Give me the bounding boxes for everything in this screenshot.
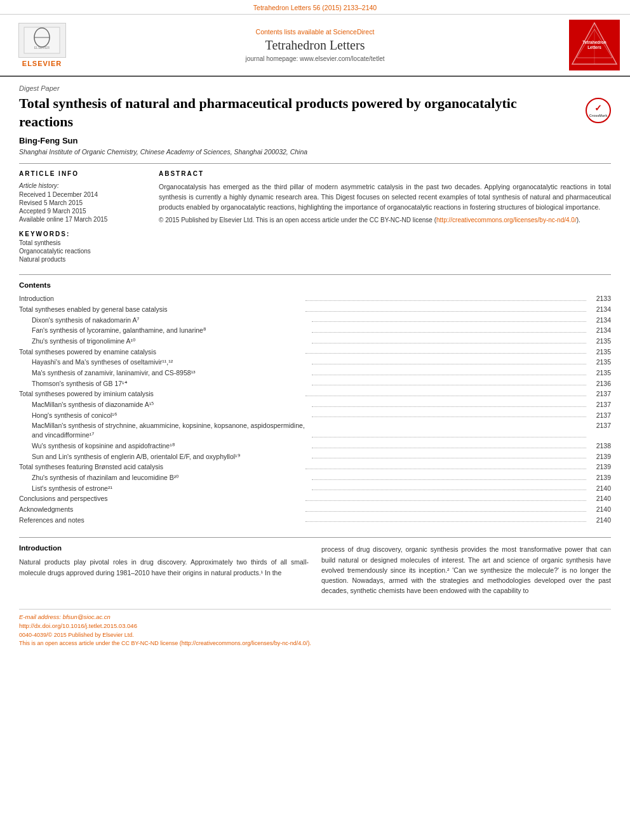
footer-license-link[interactable]: http://creativecommons.org/licenses/by-n… <box>182 640 308 646</box>
elsevier-logo-image: ELSEVIER <box>18 23 66 58</box>
toc-dots <box>305 305 587 312</box>
digest-label: Digest Paper <box>19 84 611 92</box>
journal-title: Tetrahedron Letters <box>86 38 544 53</box>
keyword-0: Total synthesis <box>19 239 146 246</box>
toc-dots <box>312 411 587 418</box>
toc-dots <box>305 505 587 512</box>
toc-page: 2140 <box>589 516 611 525</box>
article-info: ARTICLE INFO Article history: Received 1… <box>19 170 146 264</box>
toc-item: List's synthesis of estrone²¹2140 <box>19 484 611 493</box>
elsevier-logo: ELSEVIER ELSEVIER <box>10 23 74 67</box>
toc-label: Thomson's synthesis of GB 17¹⁴ <box>19 379 309 389</box>
toc-container: Introduction2133Total syntheses enabled … <box>19 294 611 524</box>
toc-dots <box>312 379 587 386</box>
journal-homepage: journal homepage: www.elsevier.com/locat… <box>86 55 544 62</box>
paper-title-row: Total synthesis of natural and pharmaceu… <box>19 95 611 131</box>
toc-label: Introduction <box>19 294 303 303</box>
intro-left: Introduction Natural products play pivot… <box>19 544 309 596</box>
toc-item: Hong's synthesis of conicol¹⁶2137 <box>19 411 611 420</box>
intro-left-text: Natural products play pivotal roles in d… <box>19 557 309 578</box>
toc-label: Zhu's synthesis of trigonolimine A¹⁰ <box>19 337 309 346</box>
toc-item: Wu's synthesis of kopsinine and aspidofr… <box>19 441 611 451</box>
footer-doi[interactable]: http://dx.doi.org/10.1016/j.tetlet.2015.… <box>19 622 611 629</box>
toc-page: 2135 <box>589 357 611 367</box>
article-info-abstract-section: ARTICLE INFO Article history: Received 1… <box>19 170 611 264</box>
toc-label: List's synthesis of estrone²¹ <box>19 484 309 493</box>
toc-label: Total syntheses enabled by general base … <box>19 305 303 314</box>
abstract-section: ABSTRACT Organocatalysis has emerged as … <box>159 170 611 264</box>
toc-label: MacMillan's synthesis of diazonamide A¹⁵ <box>19 400 309 410</box>
toc-dots <box>305 347 587 354</box>
license-link[interactable]: http://creativecommons.org/licenses/by-n… <box>436 217 577 223</box>
toc-page: 2134 <box>589 316 611 325</box>
toc-dots <box>312 368 587 375</box>
toc-label: Wu's synthesis of kopsinine and aspidofr… <box>19 441 309 451</box>
toc-dots <box>312 452 587 459</box>
toc-item: Zhu's synthesis of trigonolimine A¹⁰2135 <box>19 337 611 346</box>
toc-page: 2136 <box>589 379 611 389</box>
toc-dots <box>312 473 587 480</box>
toc-dots <box>305 494 587 501</box>
toc-item: References and notes2140 <box>19 516 611 525</box>
toc-item: Thomson's synthesis of GB 17¹⁴2136 <box>19 379 611 389</box>
toc-item: Fan's synthesis of lycoramine, galantham… <box>19 326 611 335</box>
toc-item: Introduction2133 <box>19 294 611 303</box>
toc-label: Ma's synthesis of zanamivir, laninamivir… <box>19 368 309 378</box>
toc-dots <box>312 400 587 407</box>
toc-label: Fan's synthesis of lycoramine, galantham… <box>19 326 309 335</box>
toc-item: Total syntheses powered by enamine catal… <box>19 347 611 357</box>
toc-dots <box>312 357 587 364</box>
introduction-section: Introduction Natural products play pivot… <box>19 537 611 596</box>
toc-page: 2139 <box>589 452 611 462</box>
toc-item: Zhu's synthesis of rhazinilam and leucom… <box>19 473 611 483</box>
citation-bar: Tetrahedron Letters 56 (2015) 2133–2140 <box>0 0 630 15</box>
author-affiliation: Shanghai Institute of Organic Chemistry,… <box>19 148 611 156</box>
intro-right: process of drug discovery, organic synth… <box>321 544 611 596</box>
toc-label: Sun and Lin's synthesis of englerin A/B,… <box>19 452 309 462</box>
citation-text: Tetrahedron Letters 56 (2015) 2133–2140 <box>253 4 377 11</box>
toc-item: Conclusions and perspectives2140 <box>19 494 611 503</box>
toc-page: 2138 <box>589 441 611 451</box>
toc-item: MacMillan's synthesis of strychnine, aku… <box>19 421 611 439</box>
toc-label: Hayashi's and Ma's syntheses of oseltami… <box>19 357 309 367</box>
history-received: Received 1 December 2014 <box>19 191 146 198</box>
history-online: Available online 17 March 2015 <box>19 216 146 223</box>
toc-dots <box>312 316 587 323</box>
toc-page: 2134 <box>589 305 611 314</box>
toc-page: 2134 <box>589 326 611 335</box>
toc-page: 2140 <box>589 484 611 493</box>
intro-two-col: Introduction Natural products play pivot… <box>19 544 611 596</box>
toc-item: Sun and Lin's synthesis of englerin A/B,… <box>19 452 611 462</box>
history-accepted: Accepted 9 March 2015 <box>19 208 146 215</box>
toc-item: Total syntheses enabled by general base … <box>19 305 611 314</box>
toc-page: 2133 <box>589 294 611 303</box>
intro-right-text: process of drug discovery, organic synth… <box>321 544 611 596</box>
toc-page: 2137 <box>589 411 611 420</box>
toc-item: Dixon's synthesis of nakadomarin A⁷2134 <box>19 316 611 325</box>
toc-dots <box>312 337 587 343</box>
toc-label: Dixon's synthesis of nakadomarin A⁷ <box>19 316 309 325</box>
footer-copyright: 0040-4039/© 2015 Published by Elsevier L… <box>19 631 611 648</box>
article-info-title: ARTICLE INFO <box>19 170 146 177</box>
toc-item: Hayashi's and Ma's syntheses of oseltami… <box>19 357 611 367</box>
contents-title: Contents <box>19 281 611 289</box>
history-revised: Revised 5 March 2015 <box>19 199 146 206</box>
toc-dots <box>305 516 587 523</box>
paper-title: Total synthesis of natural and pharmaceu… <box>19 95 540 131</box>
divider-1 <box>19 163 611 164</box>
paper-content: Digest Paper Total synthesis of natural … <box>0 77 630 656</box>
journal-header: ELSEVIER ELSEVIER Contents lists availab… <box>0 15 630 77</box>
article-history-label: Article history: <box>19 182 146 189</box>
contents-section: Contents Introduction2133Total syntheses… <box>19 274 611 524</box>
toc-dots <box>312 421 587 437</box>
journal-center-info: Contents lists available at ScienceDirec… <box>74 28 556 62</box>
toc-label: Acknowledgments <box>19 505 303 514</box>
toc-label: Total syntheses featuring Brønsted acid … <box>19 462 303 472</box>
toc-label: Total syntheses powered by iminium catal… <box>19 389 303 399</box>
toc-dots <box>305 462 587 469</box>
toc-label: References and notes <box>19 516 303 525</box>
toc-page: 2140 <box>589 505 611 514</box>
toc-dots <box>312 441 587 448</box>
email-link[interactable]: bfsun@sioc.ac.cn <box>63 613 111 620</box>
crossmark-badge[interactable]: ✓ CrossMark <box>586 98 611 123</box>
